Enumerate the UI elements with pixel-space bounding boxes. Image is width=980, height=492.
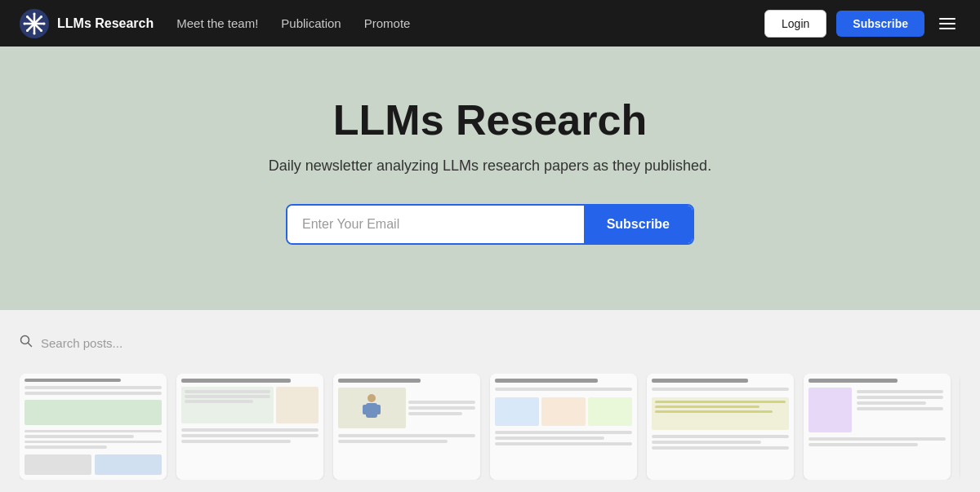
svg-line-15: [29, 344, 32, 347]
hamburger-line-1: [939, 18, 956, 20]
brand-logo-icon: [20, 9, 49, 38]
svg-point-13: [32, 21, 37, 26]
brand-link[interactable]: LLMs Research: [20, 9, 154, 38]
search-icon: [20, 335, 33, 351]
post-card[interactable]: [490, 374, 637, 480]
hero-subscribe-button[interactable]: Subscribe: [584, 206, 693, 243]
svg-point-10: [40, 29, 42, 32]
post-card[interactable]: [176, 374, 323, 480]
navbar-right: Login Subscribe: [764, 10, 960, 38]
post-card[interactable]: [647, 374, 794, 480]
nav-meet-team[interactable]: Meet the team!: [176, 16, 258, 30]
login-button[interactable]: Login: [764, 10, 826, 38]
post-card[interactable]: [20, 374, 167, 480]
post-card[interactable]: [804, 374, 951, 480]
svg-point-12: [26, 29, 29, 32]
svg-point-9: [26, 16, 29, 18]
brand-name: LLMs Research: [57, 16, 154, 31]
nav-promote[interactable]: Promote: [364, 16, 411, 30]
navbar: LLMs Research Meet the team! Publication…: [0, 0, 980, 47]
search-input[interactable]: [41, 336, 286, 350]
hamburger-line-2: [939, 23, 956, 24]
hamburger-line-3: [939, 28, 956, 29]
svg-point-8: [43, 22, 46, 24]
post-card[interactable]: [333, 374, 480, 480]
svg-point-5: [33, 12, 36, 15]
email-input[interactable]: [287, 206, 584, 243]
nav-subscribe-button[interactable]: Subscribe: [836, 11, 924, 37]
svg-point-16: [368, 394, 376, 402]
search-container: [20, 335, 960, 351]
svg-rect-19: [375, 405, 381, 414]
svg-point-11: [40, 16, 42, 18]
svg-point-6: [33, 32, 36, 34]
hamburger-button[interactable]: [934, 13, 960, 34]
svg-rect-18: [363, 405, 368, 414]
hero-subtitle: Daily newsletter analyzing LLMs research…: [269, 157, 711, 175]
svg-point-7: [24, 22, 26, 24]
hero-title: LLMs Research: [333, 95, 647, 144]
nav-publication[interactable]: Publication: [281, 16, 341, 30]
hero-section: LLMs Research Daily newsletter analyzing…: [0, 47, 980, 310]
navbar-left: LLMs Research Meet the team! Publication…: [20, 9, 410, 38]
posts-section: [0, 310, 980, 492]
posts-grid: [20, 374, 960, 480]
subscribe-form: Subscribe: [286, 204, 694, 245]
